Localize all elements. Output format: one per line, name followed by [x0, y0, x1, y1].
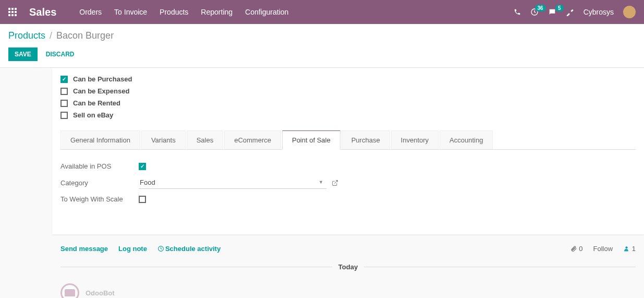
- weigh-checkbox[interactable]: [139, 196, 146, 203]
- external-link-icon[interactable]: [332, 180, 338, 186]
- checkbox-icon[interactable]: [60, 100, 68, 107]
- tab-accounting[interactable]: Accounting: [440, 130, 493, 150]
- menu-configuration[interactable]: Configuration: [245, 8, 288, 16]
- option-can-be-rented[interactable]: Can be Rented: [60, 97, 636, 109]
- clock-icon[interactable]: 36: [530, 8, 539, 16]
- checkbox-label: Can be Expensed: [73, 87, 129, 95]
- menu-products[interactable]: Products: [160, 8, 188, 16]
- clock-badge: 36: [535, 5, 546, 11]
- checkbox-icon[interactable]: [60, 88, 68, 95]
- tab-content-pos: Available in POS Category ▼ To Weigh Wit…: [60, 150, 636, 222]
- apps-icon[interactable]: [8, 8, 17, 16]
- field-label-category: Category: [60, 179, 139, 187]
- left-gutter: [0, 68, 52, 234]
- checkbox-icon[interactable]: [60, 112, 68, 119]
- tab-point-of-sale[interactable]: Point of Sale: [282, 130, 341, 150]
- category-input[interactable]: [139, 176, 326, 189]
- message-author: OdooBot: [86, 289, 115, 297]
- checkbox-label: Sell on eBay: [73, 111, 113, 119]
- breadcrumb-root[interactable]: Products: [8, 30, 45, 41]
- timeline-separator: Today: [60, 263, 636, 271]
- available-pos-checkbox[interactable]: [139, 163, 146, 170]
- option-sell-on-ebay[interactable]: Sell on eBay: [60, 109, 636, 121]
- tab-purchase[interactable]: Purchase: [342, 130, 390, 150]
- user-avatar[interactable]: [623, 6, 636, 18]
- option-can-be-expensed[interactable]: Can be Expensed: [60, 85, 636, 97]
- main-menu: Orders To Invoice Products Reporting Con…: [79, 8, 288, 16]
- attachments-button[interactable]: 0: [570, 245, 583, 253]
- tab-inventory[interactable]: Inventory: [391, 130, 439, 150]
- message-row: OdooBot: [60, 279, 636, 298]
- checkbox-icon[interactable]: [60, 76, 68, 83]
- schedule-activity-button[interactable]: Schedule activity: [157, 245, 221, 253]
- breadcrumb-current: Bacon Burger: [56, 30, 114, 41]
- log-note-button[interactable]: Log note: [118, 245, 147, 253]
- checkbox-label: Can be Rented: [73, 99, 120, 107]
- tab-sales[interactable]: Sales: [187, 130, 224, 150]
- follow-button[interactable]: Follow: [593, 245, 613, 253]
- discard-button[interactable]: DISCARD: [44, 47, 77, 61]
- app-brand: Sales: [29, 6, 56, 18]
- menu-to-invoice[interactable]: To Invoice: [114, 8, 147, 16]
- breadcrumb: Products / Bacon Burger: [0, 24, 644, 47]
- tab-ecommerce[interactable]: eCommerce: [224, 130, 281, 150]
- svg-point-2: [625, 246, 627, 248]
- phone-icon[interactable]: [514, 8, 521, 16]
- field-label-available-pos: Available in POS: [60, 162, 139, 170]
- menu-orders[interactable]: Orders: [79, 8, 102, 16]
- top-navbar: Sales Orders To Invoice Products Reporti…: [0, 0, 644, 24]
- followers-count[interactable]: 1: [623, 245, 636, 253]
- product-tabs: General Information Variants Sales eComm…: [60, 130, 636, 150]
- tools-icon[interactable]: [566, 8, 574, 16]
- product-options: Can be Purchased Can be Expensed Can be …: [60, 68, 636, 126]
- chat-badge: 5: [555, 5, 564, 11]
- tab-variants[interactable]: Variants: [141, 130, 186, 150]
- dropdown-caret-icon[interactable]: ▼: [319, 180, 323, 185]
- chat-icon[interactable]: 5: [548, 8, 556, 16]
- chatter: Send message Log note Schedule activity …: [52, 234, 644, 298]
- field-label-weigh: To Weigh With Scale: [60, 195, 139, 203]
- username[interactable]: Cybrosys: [584, 8, 614, 16]
- tab-general-information[interactable]: General Information: [60, 130, 140, 150]
- left-gutter-chatter: [0, 234, 52, 298]
- form-sheet: Can be Purchased Can be Expensed Can be …: [52, 68, 644, 234]
- menu-reporting[interactable]: Reporting: [201, 8, 233, 16]
- action-bar: SAVE DISCARD: [0, 47, 644, 68]
- checkbox-label: Can be Purchased: [73, 75, 132, 83]
- send-message-button[interactable]: Send message: [60, 245, 108, 253]
- breadcrumb-sep: /: [50, 30, 52, 41]
- option-can-be-purchased[interactable]: Can be Purchased: [60, 73, 636, 85]
- bot-avatar-icon: [60, 283, 79, 298]
- save-button[interactable]: SAVE: [8, 47, 38, 61]
